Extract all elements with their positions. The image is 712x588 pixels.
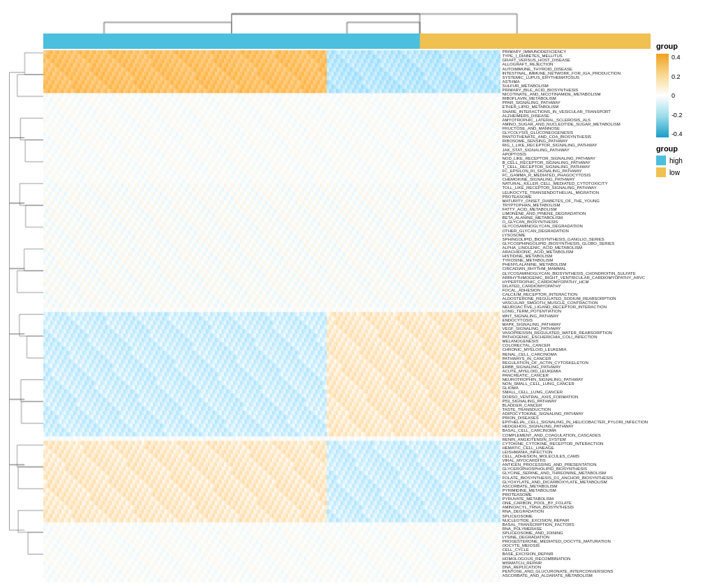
row-label: RENIN_ANGIOTENSIN_SYSTEM [502,437,565,442]
colorbar-label-0: 0 [672,92,683,99]
row-label: ASCORBATE_AND_ALDARATE_METABOLISM [502,573,592,578]
row-label: PRION_DISEASES [502,416,538,420]
row-label: OTHER_GLYCAN_DEGRADATION [502,229,568,233]
row-label: BASE_EXCISION_REPAIR [502,552,553,556]
row-label: PANCREATIC_CANCER [502,373,548,377]
row-label: PHENYLALANINE_METABOLISM [502,262,566,266]
row-label: GLYCOSAMINOGLYCAN_DEGRADATION [502,224,582,228]
row-label: SPLICEOSOME [502,514,533,518]
colorbar-label-04: 0.4 [672,54,683,61]
row-label: DILATED_CARDIOMYOPATHY [502,284,561,288]
row-label: NOD_LIKE_RECEPTOR_SIGNALING_PATHWAY [502,156,595,160]
row-label: AUTOIMMUNE_THYROID_DISEASE [502,67,572,71]
row-label: SPLICEOSOME_AND_JOINING [502,531,563,535]
row-label: TYPE_I_DIABETES_MELLITUS [502,54,562,58]
row-label: PYRUVATE_METABOLISM [502,497,554,501]
row-label: HISTIDINE_METABOLISM [502,254,552,258]
row-label: ASTHMA [502,80,519,84]
row-label: PROGESTERONE_MEDIATED_OOCYTE_MATURATION [502,539,610,543]
colorbar [656,54,669,137]
main-container: PRIMARY_IMMUNODEFICIENCYTYPE_I_DIABETES_… [0,0,712,588]
row-label: CELL_ADHESION_MOLECULES_CAMS [502,454,579,458]
group-bar [43,33,651,48]
row-label: INTESTINAL_IMMUNE_NETWORK_FOR_IGA_PRODUC… [502,71,621,75]
row-label: NEUROTROPHIN_SIGNALING_PATHWAY [502,377,583,382]
row-label: GLYCINE_SERINE_AND_THREONINE_METABOLISM [502,471,605,475]
row-label: FC_GAMMA_R_MEDIATED_PHAGOCYTOSIS [502,173,591,177]
row-label: ANTIGEN_PROCESSING_AND_PRESENTATION [502,462,596,467]
row-label: CIRCADIAN_RHYTHM_MAMMAL [502,266,566,271]
row-label: DORSO_VENTRAL_AXIS_FORMATION [502,395,578,399]
row-labels-panel: PRIMARY_IMMUNODEFICIENCYTYPE_I_DIABETES_… [500,50,650,578]
row-label: VIRAL_MYOCARDITIS [502,458,545,462]
top-dendrogram [43,6,651,33]
row-label: RIBOSOME_SENSING_PATHWAY [502,139,568,143]
row-label: AMINO_SUGAR_AND_NUCLEOTIDE_SUGAR_METABOL… [502,122,620,126]
row-label: OOCYTE_MEIOSIS [502,543,540,548]
row-label: PROTEASOME [502,195,531,199]
row-label: COMPLEMENT_AND_COAGULATION_CASCADES [502,433,600,437]
legend-group-title: group [656,42,712,50]
row-label: REGULATION_OF_ACTIN_CYTOSKELETON [502,361,588,365]
colorbar-label-n02: -0.2 [672,112,683,119]
row-label: RIBOFLAVIN_METABOLISM [502,96,556,100]
row-label: GLYOXYLATE_AND_DICARBOXYLATE_METABOLISM [502,480,607,484]
row-label: ADIPOCYTOKINE_SIGNALING_PATHWAY [502,412,584,416]
row-label: PROTEASOME [502,492,531,497]
row-label: LEUKOCYTE_TRANSENDOTHELIAL_MIGRATION [502,190,599,195]
row-label: RIG_I_LIKE_RECEPTOR_SIGNALING_PATHWAY [502,143,597,147]
row-label: ASCORBATE_METABOLISM [502,484,557,488]
row-label: BETA_ALANINE_METABOLISM [502,216,562,220]
row-label: GLYCOSAMINOGLYCAN_BIOSYNTHESIS_CHONDROIT… [502,271,635,276]
row-label: NUCLEOTIDE_EXCISION_REPAIR [502,518,569,522]
row-label: AMYOTROPHIC_LATERAL_SCLEROSIS_ALS [502,118,591,122]
row-label: RNA_POLYMERASE [502,527,542,531]
row-label: SYSTEMIC_LUPUS_ERYTHEMATOSUS [502,75,579,80]
row-label: APOPTOSIS [502,152,526,156]
row-label: LYSINE_DEGRADATION [502,535,549,539]
row-label: PRIMARY_BILE_ACID_BIOSYNTHESIS [502,88,578,92]
row-label: CALCIUM_RECEPTOR_INTERACTION [502,292,577,296]
row-label: SNARE_INTERACTIONS_IN_VESICULAR_TRANSPOR… [502,110,611,114]
row-label: LYSOSOME [502,233,525,237]
row-label: HEDGEHOG_SIGNALING_PATHWAY [502,424,573,428]
row-label: ARACHIDONIC_ACID_METABOLISM [502,250,573,254]
colorbar-label-n04: -0.4 [672,130,683,137]
heatmap [43,50,501,582]
row-label: FOLATE_BIOSYNTHESIS_D1_ANCHOR_BIOSYNTHES… [502,476,613,480]
legend-item-high: high [656,156,712,165]
row-label: HEMATIC_CELL_LINEAGE [502,446,554,450]
group-legend-title: group [656,144,712,153]
row-label: GLYCEROPHOSPHOLIPID_BIOSYNTHESIS [502,467,587,471]
row-label: BASAL_CELL_CARCINOMA [502,428,556,432]
row-label: TRYPTOPHAN_METABOLISM [502,203,560,207]
row-label: SPHINGOLIPID_BIOSYNTHESIS_GANGLIO_SERIES [502,237,604,241]
row-label: LIMONENE_AND_PINENE_DEGRADATION [502,211,586,216]
row-label: VASCULAR_SMOOTH_MUSCLE_CONTRACTION [502,301,598,305]
row-label: SULFUR_METABOLISM [502,84,548,88]
row-label: P53_SIGNALING_PATHWAY [502,399,556,403]
row-label: NON_SMALL_CELL_LUNG_CANCER [502,382,574,386]
legend-items: highlow [656,156,712,177]
row-label: T_CELL_RECEPTOR_SIGNALING_PATHWAY [502,165,590,169]
row-label: GLIOMA [502,386,518,390]
legend-item-low: low [656,167,712,177]
row-label: FRUCTOSE_AND_MANNOSE [502,126,560,130]
row-label: ALDOSTERONE_REGULATED_SODIUM_REABSORPTIO… [502,296,616,301]
row-label: PANTOTHENATE_AND_COA_BIOSYNTHESIS [502,135,591,139]
row-label: O_GLYCAN_BIOSYNTHESIS [502,220,558,224]
row-label: MATURITY_ONSET_DIABETES_OF_THE_YOUNG [502,199,600,203]
legend-panel: group 0.4 0.2 0 -0.2 -0.4 group highlow [651,6,712,582]
left-dendrogram [6,42,43,582]
row-label: HOMOLOGOUS_RECOMBINATION [502,557,570,561]
row-label: MISMATCH_REPAIR [502,561,542,565]
row-label: COLORECTAL_CANCER [502,343,550,347]
row-label: TASTE_TRANSDUCTION [502,407,551,412]
row-label: PYRIMIDINE_METABOLISM [502,488,556,492]
row-label: DNA_REPLICATION [502,565,541,569]
row-label: PENTOSE_AND_GLUCURONATE_INTERCONVERSIONS [502,569,613,573]
row-label: TOLL_LIKE_RECEPTOR_SIGNALING_PATHWAY [502,186,596,190]
row-label: ACUTE_MYELOID_LEUKEMIA [502,369,561,373]
row-label: GLYCOLYSIS_GLUCONEOGENESIS [502,130,572,135]
row-label: NATURAL_KILLER_CELL_MEDIATED_CYTOTOXICIT… [502,181,607,186]
